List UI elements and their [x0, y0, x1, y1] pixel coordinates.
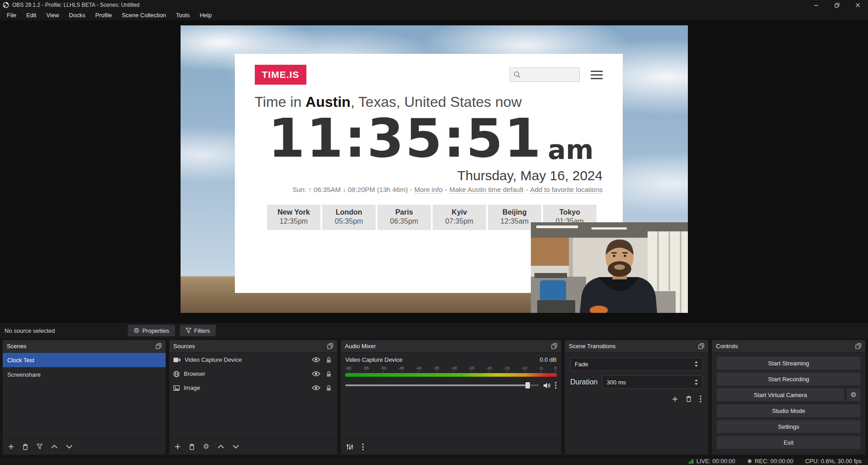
lock-icon[interactable]: [326, 385, 332, 391]
menu-edit[interactable]: Edit: [21, 10, 41, 20]
audio-mixer-dock: Audio Mixer Video Capture Device 0.0 dB …: [340, 340, 562, 455]
preview-canvas[interactable]: TIME.IS Time in Austin, Texas, United St…: [181, 25, 688, 313]
eye-icon[interactable]: [312, 357, 320, 363]
window-title: OBS 29.1.2 - Profile: LLHLS BETA - Scene…: [12, 2, 139, 8]
restore-button[interactable]: [826, 0, 847, 10]
exit-button[interactable]: Exit: [716, 436, 861, 449]
move-source-down-button[interactable]: [233, 445, 239, 449]
window-controls: [806, 0, 868, 10]
chevron-up-icon: [218, 445, 224, 449]
move-scene-down-button[interactable]: [66, 445, 72, 449]
gear-icon: ⚙: [134, 327, 139, 334]
scene-item-clock-test[interactable]: Clock Test: [3, 353, 166, 367]
menu-docks[interactable]: Docks: [64, 10, 90, 20]
move-scene-up-button[interactable]: [51, 445, 57, 449]
sliders-icon: [346, 444, 353, 450]
menu-scene-collection[interactable]: Scene Collection: [117, 10, 171, 20]
menu-file[interactable]: File: [2, 10, 21, 20]
timeis-meridiem: am: [548, 134, 594, 165]
source-item-browser[interactable]: Browser: [169, 367, 337, 381]
add-transition-button[interactable]: [672, 395, 678, 403]
image-icon: [173, 385, 180, 391]
globe-icon: [173, 371, 180, 377]
volume-slider[interactable]: [345, 384, 539, 386]
world-clock-paris: Paris 06:35pm: [377, 205, 431, 230]
close-button[interactable]: [847, 0, 868, 10]
source-item-image[interactable]: Image: [169, 381, 337, 395]
scene-transitions-title: Scene Transitions: [569, 343, 615, 350]
transition-options-button[interactable]: [700, 395, 701, 403]
controls-dock-header[interactable]: Controls: [712, 340, 865, 353]
scenes-dock: Scenes Clock Test Screenshare: [2, 340, 166, 455]
popout-icon: [855, 343, 861, 349]
transitions-popout-button[interactable]: [698, 343, 704, 349]
gear-icon: ⚙: [850, 392, 856, 398]
source-item-video-capture[interactable]: Video Capture Device: [169, 353, 337, 367]
scene-transitions-dock: Scene Transitions Fade Duration 300 ms: [564, 340, 709, 455]
add-source-button[interactable]: [175, 444, 181, 450]
remove-source-button[interactable]: [189, 444, 195, 450]
lock-icon[interactable]: [326, 371, 332, 377]
sources-popout-button[interactable]: [327, 343, 333, 349]
db-scale: -60-55-50-45-40-35-30-25-20-15-10-50: [345, 366, 557, 370]
scene-transitions-header[interactable]: Scene Transitions: [565, 340, 708, 353]
scenes-toolbar: [3, 438, 166, 455]
menu-help[interactable]: Help: [195, 10, 217, 20]
volume-slider-handle[interactable]: [525, 382, 530, 388]
speaker-icon[interactable]: [543, 382, 551, 389]
start-virtual-camera-button[interactable]: Start Virtual Camera: [716, 388, 844, 402]
mixer-options-button[interactable]: [362, 443, 364, 451]
properties-button[interactable]: ⚙ Properties: [128, 325, 175, 336]
start-streaming-button[interactable]: Start Streaming: [716, 356, 861, 370]
eye-icon[interactable]: [312, 371, 320, 377]
popout-icon: [551, 343, 557, 349]
menu-profile[interactable]: Profile: [90, 10, 117, 20]
mixer-level-value: 0.0 dB: [539, 356, 557, 363]
audio-mixer-toolbar: [341, 438, 561, 455]
hamburger-menu-icon: [591, 71, 603, 79]
scene-item-screenshare[interactable]: Screenshare: [3, 367, 166, 382]
cpu-fps-status: CPU: 0.6%, 30.00 fps: [805, 458, 862, 465]
timeis-date: Thursday, May 16, 2024: [255, 168, 603, 183]
plus-icon: [672, 396, 678, 402]
camera-icon: [173, 357, 181, 363]
audio-mixer-header[interactable]: Audio Mixer: [341, 340, 561, 353]
start-recording-button[interactable]: Start Recording: [716, 372, 861, 386]
source-properties-button[interactable]: ⚙: [203, 443, 209, 450]
virtual-camera-settings-button[interactable]: ⚙: [846, 388, 861, 402]
remove-transition-button[interactable]: [686, 395, 692, 403]
advanced-audio-button[interactable]: [346, 444, 353, 450]
menu-tools[interactable]: Tools: [171, 10, 195, 20]
webcam-source[interactable]: [531, 222, 688, 313]
transition-select[interactable]: Fade: [570, 357, 703, 371]
audio-mixer-title: Audio Mixer: [345, 343, 376, 350]
source-toolbar: No source selected ⚙ Properties Filters: [0, 322, 868, 338]
add-scene-button[interactable]: [8, 444, 14, 450]
kebab-menu-icon[interactable]: [555, 382, 557, 389]
audio-mixer-popout-button[interactable]: [551, 343, 557, 349]
remove-scene-button[interactable]: [23, 444, 28, 450]
eye-icon[interactable]: [312, 385, 320, 391]
timeis-clock: 11:35:51 am: [268, 111, 603, 165]
settings-button[interactable]: Settings: [716, 420, 861, 433]
title-bar: OBS 29.1.2 - Profile: LLHLS BETA - Scene…: [0, 0, 868, 10]
chevron-up-icon: [51, 445, 57, 449]
world-clock-london: London 05:35pm: [322, 205, 376, 230]
filters-button[interactable]: Filters: [180, 325, 216, 336]
trash-icon: [686, 396, 692, 402]
move-source-up-button[interactable]: [218, 445, 224, 449]
timeis-header: TIME.IS: [255, 65, 603, 85]
scenes-dock-header[interactable]: Scenes: [3, 340, 166, 353]
minimize-button[interactable]: [806, 0, 826, 10]
scenes-popout-button[interactable]: [156, 343, 162, 349]
scene-filters-button[interactable]: [37, 444, 43, 450]
controls-popout-button[interactable]: [855, 343, 861, 349]
sources-dock-header[interactable]: Sources: [169, 340, 337, 353]
menu-view[interactable]: View: [41, 10, 64, 20]
status-bar: LIVE: 00:00:00 REC: 00:00:00 CPU: 0.6%, …: [0, 457, 868, 465]
studio-mode-button[interactable]: Studio Mode: [716, 404, 861, 417]
duration-spinbox[interactable]: 300 ms: [602, 375, 703, 389]
lock-icon[interactable]: [326, 357, 332, 363]
volume-slider-fill: [345, 384, 525, 386]
transitions-toolbar: [570, 395, 703, 403]
